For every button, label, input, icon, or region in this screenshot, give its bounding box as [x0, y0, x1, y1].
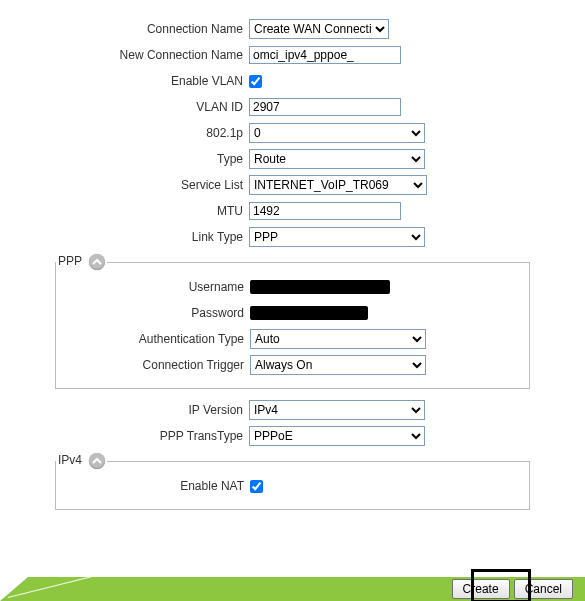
ppp-fieldset: PPP Username Password — [55, 254, 530, 389]
ipv4-legend: IPv4 — [56, 453, 107, 469]
ppp-transtype-label: PPP TransType — [55, 429, 249, 443]
password-label: Password — [56, 306, 250, 320]
ppp-collapse-toggle[interactable] — [89, 254, 105, 270]
footer: Create Cancel — [0, 567, 585, 601]
connection-name-select[interactable]: Create WAN Connection — [249, 19, 389, 39]
type-select[interactable]: Route — [249, 149, 425, 169]
vlan-id-input[interactable] — [249, 98, 401, 116]
chevron-up-icon — [92, 456, 102, 466]
ppp-legend: PPP — [56, 254, 107, 270]
username-redacted — [250, 280, 390, 294]
ipv4-collapse-toggle[interactable] — [89, 453, 105, 469]
enable-nat-checkbox[interactable] — [250, 480, 263, 493]
mtu-label: MTU — [55, 204, 249, 218]
footer-accent-line — [8, 561, 154, 598]
ip-version-label: IP Version — [55, 403, 249, 417]
new-connection-name-input[interactable] — [249, 46, 401, 64]
ip-version-select[interactable]: IPv4 — [249, 400, 425, 420]
connection-trigger-label: Connection Trigger — [56, 358, 250, 372]
enable-vlan-checkbox[interactable] — [249, 75, 262, 88]
new-connection-name-label: New Connection Name — [55, 48, 249, 62]
username-label: Username — [56, 280, 250, 294]
ppp-transtype-select[interactable]: PPPoE — [249, 426, 425, 446]
link-type-label: Link Type — [55, 230, 249, 244]
mtu-input[interactable] — [249, 202, 401, 220]
chevron-up-icon — [92, 257, 102, 267]
connection-trigger-select[interactable]: Always On — [250, 355, 426, 375]
enable-nat-label: Enable NAT — [56, 479, 250, 493]
cancel-button[interactable]: Cancel — [514, 579, 573, 599]
link-type-select[interactable]: PPP — [249, 227, 425, 247]
auth-type-label: Authentication Type — [56, 332, 250, 346]
footer-buttons: Create Cancel — [452, 579, 573, 599]
service-list-select[interactable]: INTERNET_VoIP_TR069 — [249, 175, 427, 195]
ipv4-fieldset: IPv4 Enable NAT — [55, 453, 530, 510]
connection-name-label: Connection Name — [55, 22, 249, 36]
auth-type-select[interactable]: Auto — [250, 329, 426, 349]
vlan-id-label: VLAN ID — [55, 100, 249, 114]
wan-config-page: Connection Name Create WAN Connection Ne… — [0, 0, 585, 601]
service-list-label: Service List — [55, 178, 249, 192]
password-redacted — [250, 306, 368, 320]
ppp-legend-text: PPP — [58, 254, 82, 268]
ipv4-legend-text: IPv4 — [58, 453, 82, 467]
create-button[interactable]: Create — [452, 579, 510, 599]
type-label: Type — [55, 152, 249, 166]
8021p-select[interactable]: 0 — [249, 123, 425, 143]
8021p-label: 802.1p — [55, 126, 249, 140]
form-area: Connection Name Create WAN Connection Ne… — [0, 0, 585, 510]
enable-vlan-label: Enable VLAN — [55, 74, 249, 88]
